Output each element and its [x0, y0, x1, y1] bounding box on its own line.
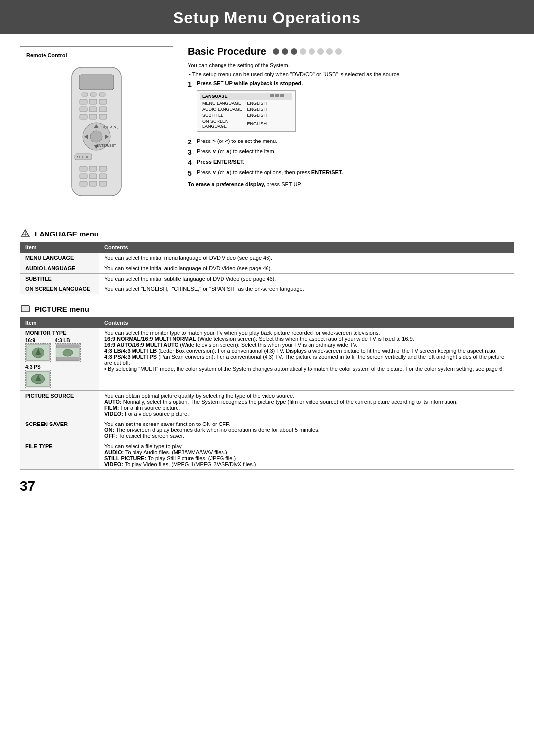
svg-rect-6 [89, 99, 97, 104]
svg-rect-24 [80, 166, 87, 171]
language-table-row: SUBTITLEYou can select the initial subti… [20, 274, 514, 284]
language-menu-header: LANGUAGE menu [20, 228, 514, 239]
dot-4 [300, 48, 306, 55]
svg-rect-26 [99, 166, 107, 171]
procedure-step-4: 4 Press ENTER/SET. [188, 159, 514, 167]
basic-procedure-section: Basic Procedure You can change the setti… [188, 46, 514, 214]
monitor-images: 16:9 4:3 LB [25, 338, 94, 388]
step1-text: Press SET UP while playback is stopped. [197, 80, 303, 86]
remote-control-label: Remote Control [26, 52, 167, 58]
pic-contents-2: You can set the screen saver function to… [99, 419, 514, 441]
language-col-item: Item [20, 242, 99, 253]
language-menu-title: LANGUAGE menu [35, 230, 99, 238]
procedure-step-1: 1 Press SET UP while playback is stopped… [188, 80, 514, 136]
svg-rect-1 [79, 75, 114, 90]
procedure-step-2: 2 Press > (or <) to select the menu. [188, 138, 514, 146]
lang-contents-3: You can select "ENGLISH," "CHINESE," or … [99, 284, 514, 294]
ss-row3-item: SUBTITLE [200, 112, 245, 118]
svg-rect-31 [89, 181, 97, 186]
pic-item-0: MONITOR TYPE 16:9 4: [20, 328, 99, 391]
screenshot-header: LANGUAGE [200, 93, 268, 100]
dot-6 [317, 48, 324, 55]
pic-contents-0: You can select the monitor type to match… [99, 328, 514, 391]
language-table: Item Contents MENU LANGUAGEYou can selec… [20, 242, 514, 294]
ss-row4-item: ON SCREEN LANGUAGE [200, 118, 245, 129]
remote-control-box: Remote Control [20, 46, 173, 214]
svg-rect-13 [99, 114, 107, 119]
picture-menu-header: PICTURE menu [20, 303, 514, 314]
svg-rect-11 [80, 114, 87, 119]
pic-item-1: PICTURE SOURCE [20, 391, 99, 419]
svg-rect-3 [90, 93, 96, 96]
svg-text:<,>,∧,∨,: <,>,∧,∨, [103, 125, 118, 129]
svg-rect-40 [21, 306, 29, 312]
pic-item-3: FILE TYPE [20, 441, 99, 470]
page-number: 37 [20, 478, 514, 494]
lang-contents-0: You can select the initial menu language… [99, 253, 514, 263]
picture-table-row: SCREEN SAVERYou can set the screen saver… [20, 419, 514, 441]
pic-contents-1: You can obtain optimal picture quality b… [99, 391, 514, 419]
remote-control-image: SET UP ENTER/SET <,>,∧,∨, [26, 62, 167, 206]
dot-2 [282, 48, 288, 55]
monitor-row-2: 4:3 PS [25, 364, 94, 388]
svg-point-15 [90, 131, 102, 142]
dot-1 [273, 48, 279, 55]
setup-screenshot: LANGUAGE MENU LANGUAGEENGLISH [197, 90, 296, 132]
svg-rect-29 [99, 174, 107, 179]
ss-row3-val: ENGLISH [245, 112, 268, 118]
dot-7 [326, 48, 333, 55]
monitor-img-43ps [25, 370, 51, 388]
svg-rect-7 [99, 99, 107, 104]
monitor-img-43lb [55, 343, 81, 362]
procedure-step-5: 5 Press ∨ (or ∧) to select the options, … [188, 169, 514, 177]
ss-row2-val: ENGLISH [245, 106, 268, 112]
language-table-row: AUDIO LANGUAGEYou can select the initial… [20, 263, 514, 274]
svg-rect-2 [82, 93, 88, 96]
ss-row2-item: AUDIO LANGUAGE [200, 106, 245, 112]
lang-item-3: ON SCREEN LANGUAGE [20, 284, 99, 294]
language-icon [20, 228, 31, 239]
monitor-row-1: 16:9 4:3 LB [25, 338, 94, 362]
svg-text:SET UP: SET UP [77, 155, 89, 159]
procedure-step-3: 3 Press ∨ (or ∧) to select the item. [188, 148, 514, 156]
ss-row1-val: ENGLISH [245, 100, 268, 106]
language-col-contents: Contents [99, 242, 514, 253]
procedure-intro-list: The setup menu can be used only when "DV… [188, 71, 514, 77]
svg-rect-30 [80, 181, 87, 186]
procedure-intro-bullet: The setup menu can be used only when "DV… [188, 71, 514, 77]
picture-col-item: Item [20, 318, 99, 328]
svg-point-46 [63, 349, 73, 356]
basic-procedure-title: Basic Procedure [188, 46, 514, 57]
pic-contents-3: You can select a file type to play.AUDIO… [99, 441, 514, 470]
svg-rect-25 [89, 166, 97, 171]
picture-table-row: PICTURE SOURCEYou can obtain optimal pic… [20, 391, 514, 419]
lang-item-0: MENU LANGUAGE [20, 253, 99, 263]
picture-col-contents: Contents [99, 318, 514, 328]
lang-item-1: AUDIO LANGUAGE [20, 263, 99, 274]
dot-3 [291, 48, 297, 55]
ss-row1-item: MENU LANGUAGE [200, 100, 245, 106]
pic-item-2: SCREEN SAVER [20, 419, 99, 441]
language-table-row: MENU LANGUAGEYou can select the initial … [20, 253, 514, 263]
svg-rect-9 [89, 107, 97, 112]
monitor-img-169 [25, 343, 51, 362]
erase-note: To erase a preference display, press SET… [188, 181, 514, 187]
procedure-dots [273, 48, 342, 55]
lang-item-2: SUBTITLE [20, 274, 99, 284]
svg-rect-28 [89, 174, 97, 179]
svg-rect-27 [80, 174, 87, 179]
language-table-row: ON SCREEN LANGUAGEYou can select "ENGLIS… [20, 284, 514, 294]
svg-rect-12 [89, 114, 97, 119]
svg-rect-5 [80, 99, 87, 104]
lang-contents-1: You can select the initial audio languag… [99, 263, 514, 274]
picture-menu-title: PICTURE menu [35, 305, 89, 313]
dot-5 [309, 48, 315, 55]
dot-8 [335, 48, 342, 55]
page-title: Setup Menu Operations [0, 0, 534, 34]
procedure-intro-text: You can change the setting of the System… [188, 62, 514, 68]
svg-rect-32 [99, 181, 107, 186]
svg-text:ENTER/SET: ENTER/SET [96, 144, 116, 147]
picture-table-row: FILE TYPEYou can select a file type to p… [20, 441, 514, 470]
svg-rect-34 [275, 94, 279, 97]
svg-rect-35 [280, 94, 284, 97]
